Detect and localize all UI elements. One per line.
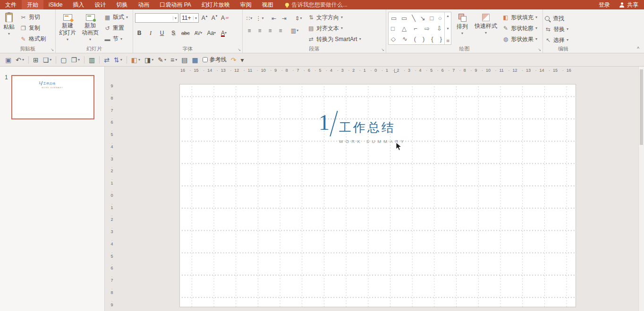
collapse-ribbon-button[interactable]: ^: [637, 46, 639, 51]
bold-button[interactable]: B: [135, 28, 144, 38]
align-center-button[interactable]: ≡: [255, 26, 264, 35]
send-backward-button[interactable]: ⇅▾: [114, 56, 122, 64]
paste-button[interactable]: 粘贴 ▾: [2, 11, 16, 46]
gallery-scroll-down-button[interactable]: ▾: [447, 26, 449, 31]
font-color-button[interactable]: A▾: [220, 28, 228, 38]
shape-icon[interactable]: ↘: [420, 15, 425, 22]
align-objects-button[interactable]: ▥: [89, 56, 95, 64]
tab-islide[interactable]: iSlide: [43, 0, 68, 9]
tab-animations[interactable]: 动画: [133, 0, 154, 9]
shape-icon[interactable]: ◇: [391, 35, 396, 42]
vertical-scrollbar[interactable]: [638, 67, 644, 311]
convert-to-smartart-button[interactable]: ⇄转换为 SmartArt▾: [308, 34, 361, 44]
text-direction-button[interactable]: ⇅文字方向▾: [308, 12, 361, 22]
guides-checkbox[interactable]: [203, 57, 208, 62]
tab-transitions[interactable]: 切换: [111, 0, 133, 9]
align-right-button[interactable]: ≡: [265, 26, 275, 35]
shape-icon[interactable]: (: [414, 35, 416, 42]
increase-font-size-button[interactable]: A▴: [200, 13, 209, 23]
line-style-button[interactable]: ≡▾: [170, 56, 177, 64]
text-shadow-button[interactable]: S: [169, 28, 178, 38]
copy-button[interactable]: ❐复制: [19, 23, 47, 34]
layout-button[interactable]: ▦版式▾: [103, 12, 129, 23]
shape-icon[interactable]: □: [391, 25, 395, 32]
guides-toggle[interactable]: 参考线: [203, 56, 227, 64]
tab-review[interactable]: 审阅: [235, 0, 257, 9]
drawing-dialog-launcher[interactable]: ↘: [538, 48, 541, 52]
shape-icon[interactable]: ○: [438, 15, 442, 22]
increase-indent-button[interactable]: ⇥: [280, 14, 289, 23]
align-text-button[interactable]: ▤对齐文本▾: [308, 23, 361, 33]
paragraph-dialog-launcher[interactable]: ↘: [381, 48, 384, 52]
shape-icon[interactable]: ⇩: [437, 25, 442, 32]
save-button[interactable]: ▣: [5, 56, 11, 64]
arrange-button[interactable]: 排列 ▾: [455, 11, 469, 46]
undo-button[interactable]: ↶▾: [16, 56, 24, 64]
decrease-font-size-button[interactable]: A▾: [210, 13, 219, 23]
new-animation-page-button[interactable]: 新加动画页 ▾: [80, 11, 100, 46]
shape-icon[interactable]: □: [430, 15, 433, 22]
fill-color-button[interactable]: ◧▾: [131, 56, 140, 64]
shape-icon[interactable]: △: [402, 25, 407, 32]
ruler-indent-marker[interactable]: [394, 69, 397, 73]
tab-slideshow[interactable]: 幻灯片放映: [196, 0, 235, 9]
tab-design[interactable]: 设计: [89, 0, 111, 9]
underline-button[interactable]: U: [158, 28, 166, 38]
reset-button[interactable]: ↺重置: [103, 23, 129, 34]
change-case-button[interactable]: Aa▾: [206, 28, 217, 38]
font-dialog-launcher[interactable]: ↘: [237, 48, 241, 52]
tab-pocket-animation[interactable]: 口袋动画 PA: [154, 0, 196, 9]
shape-outline-button[interactable]: ✎形状轮廓▾: [502, 23, 537, 33]
slide-title-block[interactable]: 1 工作总结 WORK SUMMARY: [319, 112, 406, 144]
font-name-combobox[interactable]: ▾: [135, 13, 178, 23]
picture-frame-button[interactable]: ❏▾: [43, 56, 52, 64]
shape-icon[interactable]: ▭: [391, 15, 397, 22]
pen-button[interactable]: ✎▾: [158, 56, 166, 64]
justify-button[interactable]: ≡: [276, 26, 285, 35]
shape-icon[interactable]: }: [440, 35, 442, 42]
sign-in-button[interactable]: 登录: [599, 1, 610, 9]
shape-icon[interactable]: ▭: [401, 15, 407, 22]
scrollbar-thumb[interactable]: [640, 69, 643, 145]
find-button[interactable]: 查找: [545, 13, 582, 23]
horizontal-ruler[interactable]: 1615141312111098765432101234567891011121…: [180, 68, 571, 73]
shape-icon[interactable]: ⌐: [414, 25, 417, 32]
outline-color-button[interactable]: ◨▾: [144, 56, 153, 64]
font-size-combobox[interactable]: 11+▾: [180, 13, 199, 23]
shape-icon[interactable]: {: [431, 35, 433, 42]
slide-thumbnail[interactable]: 1工作总结 WORK SUMMARY: [11, 75, 94, 119]
select-button[interactable]: ↖选择▾: [545, 34, 582, 45]
shape-effects-button[interactable]: ◍形状效果▾: [502, 34, 537, 44]
bullets-button[interactable]: ∷▾: [245, 14, 254, 23]
decrease-indent-button[interactable]: ⇤: [269, 14, 279, 23]
numbering-button[interactable]: ⋮▾: [255, 14, 264, 23]
tab-view[interactable]: 视图: [257, 0, 279, 9]
tab-insert[interactable]: 插入: [68, 0, 89, 9]
vertical-ruler[interactable]: 9876543210123456789: [109, 84, 115, 307]
bring-forward-button[interactable]: ⇄: [104, 56, 110, 64]
shape-icon[interactable]: ╲: [412, 15, 415, 22]
redo-button[interactable]: ↷: [231, 56, 237, 64]
slide-canvas[interactable]: 1 工作总结 WORK SUMMARY: [179, 84, 576, 307]
gallery-more-button[interactable]: ⊞: [446, 39, 449, 43]
shape-fill-button[interactable]: ◧形状填充▾: [502, 12, 537, 22]
shape-icon[interactable]: ⇨: [424, 25, 430, 32]
tell-me-box[interactable]: 告诉我您想要做什么...: [285, 0, 347, 9]
more-button[interactable]: ▾: [240, 56, 244, 64]
shape-icon[interactable]: ∿: [402, 35, 407, 42]
format-painter-button[interactable]: ✎格式刷: [19, 34, 47, 44]
strikethrough-button[interactable]: abc: [180, 28, 191, 38]
clipboard-dialog-launcher[interactable]: ↘: [51, 48, 54, 52]
line-spacing-button[interactable]: ⇕▾: [294, 14, 303, 23]
crop-button[interactable]: ❐▾: [71, 56, 80, 64]
clear-formatting-button[interactable]: A: [220, 13, 229, 23]
tab-home[interactable]: 开始: [22, 0, 43, 9]
character-spacing-button[interactable]: AV▾: [194, 28, 203, 38]
italic-button[interactable]: I: [146, 28, 155, 38]
insert-picture-button[interactable]: ⊞: [33, 56, 39, 64]
dashed-frame-button[interactable]: ▢: [60, 56, 67, 64]
section-button[interactable]: ▬节▾: [103, 34, 129, 44]
tab-file[interactable]: 文件: [0, 0, 22, 9]
new-slide-button[interactable]: 新建幻灯片 ▾: [58, 11, 77, 46]
pattern-button[interactable]: ▤: [181, 56, 187, 64]
